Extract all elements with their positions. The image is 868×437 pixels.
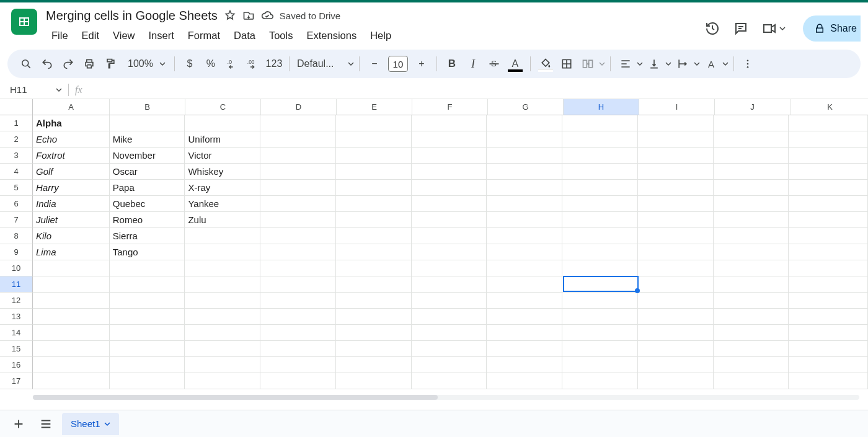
borders-icon[interactable] [557, 54, 577, 74]
cell[interactable] [185, 357, 260, 373]
cell[interactable] [33, 260, 110, 276]
cell[interactable] [412, 164, 487, 180]
cell[interactable] [789, 260, 868, 276]
cell[interactable] [638, 309, 714, 325]
cell[interactable] [412, 325, 487, 341]
cell[interactable]: Juliet [33, 212, 110, 228]
cell[interactable]: Alpha [33, 115, 110, 131]
cell[interactable] [33, 276, 110, 293]
cell[interactable] [412, 341, 487, 357]
cell[interactable] [185, 341, 260, 357]
cell[interactable] [714, 276, 789, 293]
zoom-dropdown[interactable]: 100% [122, 58, 169, 69]
cell[interactable]: Uniform [185, 131, 260, 148]
cell[interactable] [260, 341, 336, 357]
cell[interactable] [33, 309, 110, 325]
cell[interactable] [487, 244, 562, 260]
cell[interactable] [110, 341, 185, 357]
cell[interactable] [714, 260, 789, 276]
cell[interactable] [714, 180, 789, 196]
cell[interactable] [33, 325, 110, 341]
cell[interactable] [336, 148, 412, 164]
col-header[interactable]: J [715, 99, 790, 115]
col-header[interactable]: B [110, 99, 185, 115]
cell[interactable]: Mike [110, 131, 185, 148]
format-percent[interactable]: % [201, 54, 221, 74]
fill-color-icon[interactable] [536, 54, 556, 74]
cell[interactable] [562, 341, 638, 357]
row-header[interactable]: 8 [0, 228, 33, 244]
row-header[interactable]: 16 [0, 357, 33, 373]
cell[interactable] [412, 260, 487, 276]
cell[interactable] [336, 309, 412, 325]
cell[interactable]: Tango [110, 244, 185, 260]
cell[interactable]: Foxtrot [33, 148, 110, 164]
cell[interactable]: Victor [185, 148, 260, 164]
cell[interactable] [260, 260, 336, 276]
share-button[interactable]: Share [803, 15, 861, 42]
cell[interactable]: Oscar [110, 164, 185, 180]
cell[interactable] [562, 148, 638, 164]
cell[interactable] [412, 196, 487, 212]
cell[interactable] [562, 373, 638, 389]
cell[interactable] [638, 180, 714, 196]
cell[interactable] [714, 325, 789, 341]
name-box[interactable]: H11 [0, 84, 68, 95]
cell[interactable]: Echo [33, 131, 110, 148]
cell[interactable] [789, 309, 868, 325]
cell[interactable] [714, 357, 789, 373]
cell[interactable] [260, 212, 336, 228]
cell[interactable] [260, 293, 336, 309]
cell[interactable] [33, 373, 110, 389]
cell[interactable] [487, 228, 562, 244]
cell[interactable] [562, 196, 638, 212]
cell[interactable] [714, 115, 789, 131]
cell[interactable] [487, 309, 562, 325]
cell[interactable]: Kilo [33, 228, 110, 244]
cell[interactable] [487, 212, 562, 228]
cell[interactable] [260, 148, 336, 164]
cell[interactable] [260, 357, 336, 373]
cell[interactable] [789, 228, 868, 244]
vertical-align-dropdown[interactable] [644, 54, 671, 74]
cell[interactable] [487, 196, 562, 212]
print-icon[interactable] [79, 54, 99, 74]
search-menus-icon[interactable] [16, 54, 36, 74]
row-header[interactable]: 12 [0, 293, 33, 309]
cell[interactable] [562, 309, 638, 325]
history-icon[interactable] [705, 21, 720, 36]
doc-title[interactable]: Merging cells in Google Sheets [46, 9, 218, 23]
cloud-done-icon[interactable] [261, 9, 273, 22]
cell[interactable] [185, 325, 260, 341]
cell[interactable] [336, 180, 412, 196]
cell[interactable] [412, 212, 487, 228]
cell[interactable] [789, 196, 868, 212]
cell[interactable] [638, 115, 714, 131]
cell[interactable] [789, 325, 868, 341]
col-header[interactable]: C [185, 99, 261, 115]
paint-format-icon[interactable] [100, 54, 120, 74]
cell[interactable] [260, 309, 336, 325]
horizontal-scrollbar[interactable] [33, 393, 859, 402]
row-header[interactable]: 10 [0, 260, 33, 276]
cell[interactable] [487, 131, 562, 148]
cell[interactable] [412, 357, 487, 373]
cell[interactable] [714, 196, 789, 212]
cell[interactable] [412, 373, 487, 389]
meet-button[interactable] [762, 21, 786, 36]
cell[interactable] [714, 164, 789, 180]
cell[interactable] [185, 228, 260, 244]
cell[interactable] [260, 276, 336, 293]
cell[interactable] [185, 293, 260, 309]
cell[interactable] [412, 276, 487, 293]
cell[interactable] [487, 148, 562, 164]
cell[interactable] [260, 196, 336, 212]
cell[interactable] [336, 115, 412, 131]
cell[interactable] [487, 341, 562, 357]
cell[interactable] [714, 341, 789, 357]
move-icon[interactable] [242, 9, 255, 22]
cell[interactable] [260, 131, 336, 148]
row-header[interactable]: 15 [0, 341, 33, 357]
cell[interactable] [789, 244, 868, 260]
sheet-tab[interactable]: Sheet1 [62, 413, 119, 435]
